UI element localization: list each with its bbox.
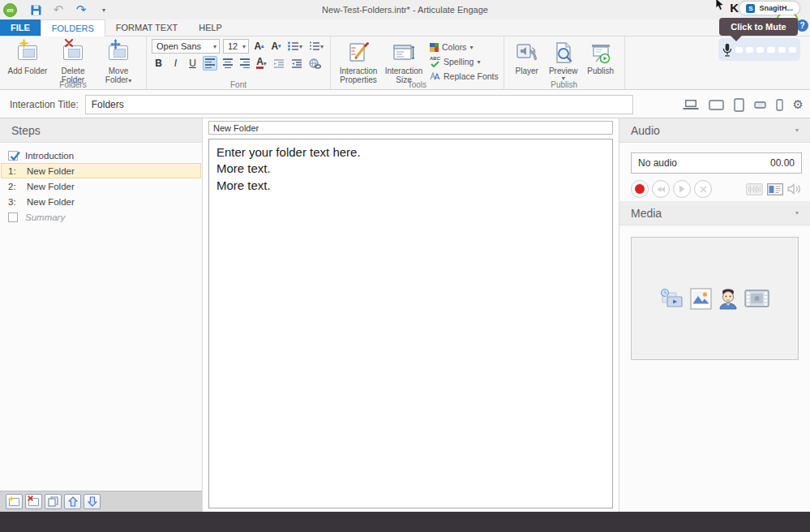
character-media-icon [718,288,739,310]
step-1[interactable]: 1: New Folder [1,163,201,178]
portrait-phone-icon[interactable] [776,99,783,111]
add-folder-icon [18,41,37,65]
title-bar: en ↶ ↷ ▾ New-Test-Folders.intr* - Articu… [0,0,810,19]
step-2[interactable]: 2: New Folder [1,178,201,194]
delete-step-button[interactable] [25,494,42,509]
delete-audio-button[interactable] [694,180,712,198]
step-summary[interactable]: Summary [1,209,201,225]
increase-indent-button[interactable] [289,56,304,71]
tab-folders[interactable]: FOLDERS [41,19,105,36]
underline-button[interactable]: U [186,56,199,71]
narration-script-button[interactable] [767,183,783,195]
landscape-phone-icon[interactable] [754,101,766,109]
player-icon [516,41,538,65]
video-media-icon [744,289,769,308]
duplicate-step-icon [48,496,58,507]
interaction-title-input[interactable] [85,95,633,114]
tools-group-label: Tools [331,80,504,89]
ribbon-group-tools: Interaction Properties Interaction Size … [331,36,504,89]
step-label: New Folder [27,166,75,176]
interaction-size-button[interactable]: Interaction Size [381,39,426,84]
preview-button[interactable]: Preview ▾ [545,39,582,83]
align-left-button[interactable] [203,56,217,71]
ribbon-tabs: FILE FOLDERS FORMAT TEXT HELP [0,19,810,36]
undo-button[interactable]: ↶ [51,2,66,17]
add-step-button[interactable] [6,494,23,509]
font-size-caret-icon: ▾ [242,43,246,50]
folder-title-input[interactable] [208,121,613,135]
font-name-value: Open Sans [156,41,201,51]
preview-icon [552,41,575,65]
audio-controls [631,180,802,198]
narration-script-icon [767,183,783,195]
play-button[interactable] [673,180,691,198]
move-step-down-button[interactable] [84,494,101,509]
settings-gear-icon[interactable]: ⚙ [793,97,804,112]
media-header-label: Media [631,207,662,220]
hyperlink-button[interactable] [307,56,323,71]
move-folder-button[interactable]: Move Folder▾ [96,39,141,85]
spelling-button[interactable]: ABC Spelling ▾ [430,55,499,68]
shrink-font-button[interactable]: A▾ [269,39,283,54]
tab-format-text[interactable]: FORMAT TEXT [105,19,188,36]
colors-button[interactable]: Colors ▾ [430,41,499,54]
add-step-icon [8,496,15,502]
microphone-level-overlay[interactable] [718,38,800,61]
step-number: 2: [8,182,19,191]
record-button[interactable] [631,180,649,198]
duplicate-step-button[interactable] [45,494,62,509]
italic-button[interactable]: I [169,56,182,71]
app-logo[interactable]: en [3,3,17,17]
align-center-button[interactable] [221,56,234,71]
audio-editor-button[interactable] [746,183,763,195]
level-segment [746,47,753,53]
delete-folder-button[interactable]: Delete Folder [50,39,96,84]
font-name-combo[interactable]: Open Sans ▾ [152,39,220,54]
redo-button[interactable]: ↷ [74,2,88,17]
add-folder-button[interactable]: Add Folder [5,39,50,75]
align-right-button[interactable] [238,56,251,71]
grow-font-button[interactable]: A▴ [252,39,266,54]
save-button[interactable] [28,2,43,17]
bold-button[interactable]: B [152,56,165,71]
rewind-button[interactable] [652,180,670,198]
laptop-icon[interactable] [683,99,699,110]
media-header[interactable]: Media ▾ [619,201,810,225]
audio-collapse-caret-icon[interactable]: ▾ [795,127,799,134]
interaction-properties-button[interactable]: Interaction Properties [336,39,381,84]
recorder-k-label: K [730,1,739,15]
decrease-indent-button[interactable] [272,56,286,71]
record-icon [635,184,645,194]
add-folder-label: Add Folder [8,66,48,75]
level-segment [767,47,774,53]
snagit-overlay[interactable]: S SnagitH... [739,2,799,15]
landscape-tablet-icon[interactable] [709,100,724,110]
customize-toolbar-caret-icon[interactable]: ▾ [96,2,111,17]
audio-header-label: Audio [631,124,660,137]
step-3[interactable]: 3: New Folder [1,194,201,209]
numbered-list-button[interactable]: ▾ [307,39,325,54]
bullet-list-button[interactable]: ▾ [286,39,304,54]
help-button[interactable]: ? [796,19,808,32]
publish-button[interactable]: Publish [582,39,619,75]
step-introduction[interactable]: Introduction [1,148,201,163]
volume-button[interactable] [787,183,802,195]
move-step-up-button[interactable] [64,494,81,509]
folder-text-editor[interactable]: Enter your folder text here. More text. … [208,139,613,508]
tab-help[interactable]: HELP [188,19,233,36]
media-dropzone[interactable] [631,237,799,360]
portrait-tablet-icon[interactable] [734,98,744,112]
introduction-checkbox[interactable] [8,151,18,161]
save-icon [30,4,42,16]
font-color-button[interactable]: A▾ [255,56,268,71]
font-size-combo[interactable]: 12 ▾ [223,39,249,54]
audio-header[interactable]: Audio ▾ [619,118,810,143]
steps-header-label: Steps [11,124,41,137]
media-collapse-caret-icon[interactable]: ▾ [795,209,799,217]
summary-checkbox[interactable] [8,212,18,222]
player-button[interactable]: Player [509,39,545,75]
increase-indent-icon [291,59,302,68]
spelling-label: Spelling [444,57,474,66]
audio-file-label: No audio [638,157,677,169]
tab-file[interactable]: FILE [0,19,41,36]
